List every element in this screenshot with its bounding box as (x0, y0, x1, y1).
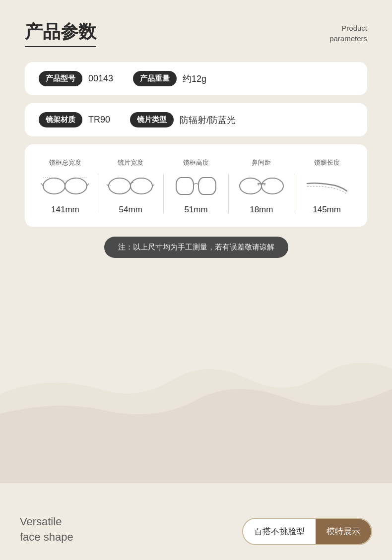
note-wrapper: 注：以上尺寸均为手工测量，若有误差敬请谅解 (25, 237, 367, 258)
note-text: 注：以上尺寸均为手工测量，若有误差敬请谅解 (118, 243, 274, 252)
versatile-text: Versatile face shape (20, 514, 73, 545)
product-info-card-1: 产品型号 00143 产品重量 约12g (25, 62, 367, 95)
versatile-button[interactable]: 百搭不挑脸型 (243, 519, 316, 544)
glasses-nose-icon (237, 171, 286, 201)
frame-material-badge: 镜架材质 (39, 112, 82, 127)
svg-point-12 (261, 178, 283, 194)
divider-3 (228, 174, 229, 213)
title-row: 产品参数 Product parameters (25, 20, 367, 47)
glasses-temple-icon (302, 171, 352, 201)
measurement-value-nose-bridge: 18mm (250, 205, 273, 215)
measurement-label-temple-length: 镜腿长度 (314, 158, 340, 167)
weight-item: 产品重量 约12g (133, 71, 206, 86)
lens-type-badge: 镜片类型 (130, 112, 174, 127)
top-section: 产品参数 Product parameters 产品型号 00143 产品重量 … (0, 0, 392, 258)
divider-4 (294, 174, 294, 213)
svg-rect-10 (198, 178, 216, 194)
lens-type-item: 镜片类型 防辐射/防蓝光 (130, 112, 236, 127)
measurement-nose-bridge: 鼻间距 18mm (233, 158, 290, 215)
model-number-badge: 产品型号 (39, 71, 82, 86)
product-info-card-2: 镜架材质 TR90 镜片类型 防辐射/防蓝光 (25, 103, 367, 136)
subtitle-en: Product parameters (329, 20, 367, 44)
glasses-frame-icon (171, 171, 221, 201)
weight-value: 约12g (183, 73, 206, 85)
svg-rect-9 (176, 178, 194, 194)
measurement-label-total-width: 镜框总宽度 (49, 158, 81, 167)
note-bar: 注：以上尺寸均为手工测量，若有误差敬请谅解 (104, 237, 288, 258)
bottom-section: Versatile face shape 百搭不挑脸型 模特展示 (0, 461, 392, 560)
measurement-value-lens-width: 54mm (119, 205, 142, 215)
model-button[interactable]: 模特展示 (316, 519, 371, 544)
measurements-card: 镜框总宽度 141mm (25, 144, 367, 227)
frame-material-item: 镜架材质 TR90 (39, 112, 110, 127)
page-wrapper: 产品参数 Product parameters 产品型号 00143 产品重量 … (0, 0, 392, 560)
measurement-label-nose-bridge: 鼻间距 (252, 158, 271, 167)
measurement-label-frame-height: 镜框高度 (183, 158, 209, 167)
model-number-value: 00143 (88, 73, 113, 84)
model-number-item: 产品型号 00143 (39, 71, 113, 86)
svg-point-1 (65, 178, 87, 194)
measurement-value-frame-height: 51mm (184, 205, 207, 215)
glasses-full-icon (40, 171, 90, 201)
svg-point-5 (109, 178, 131, 194)
measurement-lens-width: 镜片宽度 54mm (102, 158, 159, 215)
measurement-temple-length: 镜腿长度 145mm (298, 158, 355, 215)
svg-point-0 (43, 178, 65, 194)
lens-type-value: 防辐射/防蓝光 (180, 114, 236, 126)
measurement-frame-height: 镜框高度 51mm (168, 158, 225, 215)
measurement-label-lens-width: 镜片宽度 (118, 158, 143, 167)
frame-material-value: TR90 (88, 115, 110, 125)
svg-point-13 (258, 184, 260, 186)
divider-1 (98, 174, 98, 213)
main-title: 产品参数 (25, 20, 96, 47)
glasses-lens-icon (106, 171, 155, 201)
measurement-value-total-width: 141mm (51, 205, 79, 215)
measurement-value-temple-length: 145mm (313, 205, 341, 215)
measurement-total-width: 镜框总宽度 141mm (37, 158, 94, 215)
weight-badge: 产品重量 (133, 71, 177, 86)
divider-2 (163, 174, 164, 213)
svg-point-14 (263, 184, 265, 186)
svg-point-11 (240, 178, 261, 194)
bottom-buttons: 百搭不挑脸型 模特展示 (242, 518, 372, 545)
svg-point-6 (131, 178, 152, 194)
measurements-grid: 镜框总宽度 141mm (37, 158, 355, 215)
